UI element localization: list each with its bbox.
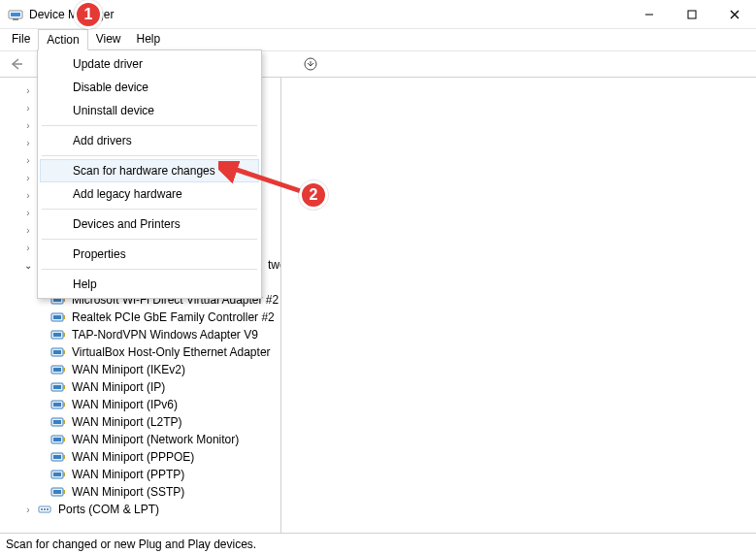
- titlebar: Device Manager: [0, 0, 756, 29]
- svg-rect-38: [53, 438, 61, 441]
- menu-file[interactable]: File: [4, 29, 38, 50]
- tree-device[interactable]: ›TAP-NordVPN Windows Adapter V9: [6, 326, 280, 343]
- svg-rect-1: [11, 13, 20, 16]
- menu-action[interactable]: Action: [38, 29, 87, 50]
- device-label: WAN Miniport (Network Monitor): [70, 433, 241, 446]
- chevron-right-icon[interactable]: ›: [23, 208, 33, 217]
- network-adapter-icon: [50, 310, 66, 324]
- status-text: Scan for changed or new Plug and Play de…: [6, 538, 256, 551]
- device-label: Realtek PCIe GbE Family Controller #2: [70, 310, 277, 324]
- svg-rect-45: [63, 473, 65, 476]
- svg-rect-33: [63, 403, 65, 407]
- network-adapter-icon: [50, 468, 66, 481]
- tree-device[interactable]: ›WAN Miniport (PPTP): [6, 466, 280, 483]
- svg-rect-48: [63, 490, 65, 494]
- device-label: WAN Miniport (SSTP): [70, 485, 186, 499]
- chevron-down-icon[interactable]: ⌄: [23, 260, 33, 270]
- chevron-right-icon[interactable]: ›: [23, 190, 33, 200]
- device-label: WAN Miniport (L2TP): [70, 415, 184, 429]
- back-button[interactable]: [6, 53, 27, 75]
- device-label: WAN Miniport (PPPOE): [70, 450, 196, 464]
- tree-category-ports[interactable]: › Ports (COM & LPT): [6, 501, 280, 518]
- svg-rect-23: [53, 350, 61, 354]
- svg-rect-20: [53, 333, 61, 337]
- svg-rect-29: [53, 385, 61, 389]
- svg-rect-2: [13, 18, 18, 20]
- svg-rect-24: [63, 350, 65, 354]
- device-label: WAN Miniport (PPTP): [70, 468, 186, 481]
- svg-rect-26: [53, 368, 61, 372]
- network-adapter-icon: [50, 328, 66, 342]
- svg-rect-21: [63, 333, 65, 337]
- svg-rect-42: [63, 455, 65, 459]
- ports-icon: [37, 503, 52, 516]
- category-label: Ports (COM & LPT): [56, 503, 161, 516]
- device-label: TAP-NordVPN Windows Adapter V9: [70, 328, 260, 342]
- svg-rect-41: [53, 455, 61, 459]
- menu-disable-device[interactable]: Disable device: [40, 76, 259, 99]
- menu-separator: [42, 125, 257, 126]
- chevron-right-icon[interactable]: ›: [23, 505, 33, 514]
- svg-rect-18: [63, 315, 65, 319]
- tree-device[interactable]: ›WAN Miniport (L2TP): [6, 413, 280, 431]
- svg-rect-27: [63, 368, 65, 372]
- menu-view[interactable]: View: [88, 29, 129, 50]
- tree-device[interactable]: ›WAN Miniport (PPPOE): [6, 448, 280, 466]
- network-adapter-icon: [50, 398, 66, 411]
- tree-device[interactable]: ›WAN Miniport (SSTP): [6, 483, 280, 501]
- network-adapter-icon: [50, 450, 66, 464]
- close-button[interactable]: [713, 0, 756, 29]
- svg-rect-32: [53, 403, 61, 407]
- device-manager-icon: [8, 7, 23, 22]
- menu-separator: [42, 155, 257, 156]
- tree-device[interactable]: ›WAN Miniport (Network Monitor): [6, 431, 280, 448]
- svg-rect-17: [53, 315, 61, 319]
- menu-update-driver[interactable]: Update driver: [40, 52, 259, 76]
- device-label: WAN Miniport (IKEv2): [70, 363, 187, 376]
- tree-device[interactable]: ›WAN Miniport (IKEv2): [6, 361, 280, 378]
- svg-rect-30: [63, 385, 65, 389]
- tree-device[interactable]: ›WAN Miniport (IPv6): [6, 396, 280, 413]
- menu-help-item[interactable]: Help: [40, 273, 259, 296]
- details-pane: [281, 78, 756, 533]
- menubar: File Action View Help: [0, 29, 756, 50]
- network-adapter-icon: [50, 380, 66, 394]
- chevron-right-icon[interactable]: ›: [23, 120, 33, 130]
- svg-rect-50: [41, 508, 43, 510]
- menu-uninstall-device[interactable]: Uninstall device: [40, 99, 259, 122]
- svg-rect-44: [53, 473, 61, 476]
- tree-device[interactable]: ›VirtualBox Host-Only Ethernet Adapter: [6, 343, 280, 361]
- tree-device[interactable]: ›WAN Miniport (IP): [6, 378, 280, 396]
- category-label: twork): [266, 258, 281, 272]
- svg-rect-39: [63, 438, 65, 441]
- menu-properties[interactable]: Properties: [40, 243, 259, 266]
- svg-rect-52: [47, 508, 49, 510]
- tree-device[interactable]: ›Realtek PCIe GbE Family Controller #2: [6, 309, 280, 326]
- svg-rect-36: [63, 420, 65, 424]
- chevron-right-icon[interactable]: ›: [23, 85, 33, 95]
- network-adapter-icon: [50, 345, 66, 359]
- menu-add-drivers[interactable]: Add drivers: [40, 129, 259, 152]
- menu-devices-printers[interactable]: Devices and Printers: [40, 212, 259, 236]
- network-adapter-icon: [50, 433, 66, 446]
- menu-separator: [42, 269, 257, 270]
- minimize-button[interactable]: [628, 0, 671, 29]
- chevron-right-icon[interactable]: ›: [23, 138, 33, 147]
- device-label: WAN Miniport (IP): [70, 380, 167, 394]
- annotation-badge-1: 1: [74, 0, 103, 29]
- device-label: WAN Miniport (IPv6): [70, 398, 180, 411]
- menu-help[interactable]: Help: [129, 29, 169, 50]
- svg-rect-35: [53, 420, 61, 424]
- chevron-right-icon[interactable]: ›: [23, 155, 33, 165]
- device-label: VirtualBox Host-Only Ethernet Adapter: [70, 345, 273, 359]
- chevron-right-icon[interactable]: ›: [23, 173, 33, 182]
- chevron-right-icon[interactable]: ›: [23, 243, 33, 252]
- chevron-right-icon[interactable]: ›: [23, 225, 33, 235]
- svg-rect-51: [44, 508, 46, 510]
- toolbar-button[interactable]: [300, 53, 321, 75]
- menu-separator: [42, 239, 257, 240]
- network-adapter-icon: [50, 363, 66, 376]
- chevron-right-icon[interactable]: ›: [23, 103, 33, 113]
- svg-rect-47: [53, 490, 61, 494]
- maximize-button[interactable]: [671, 0, 713, 29]
